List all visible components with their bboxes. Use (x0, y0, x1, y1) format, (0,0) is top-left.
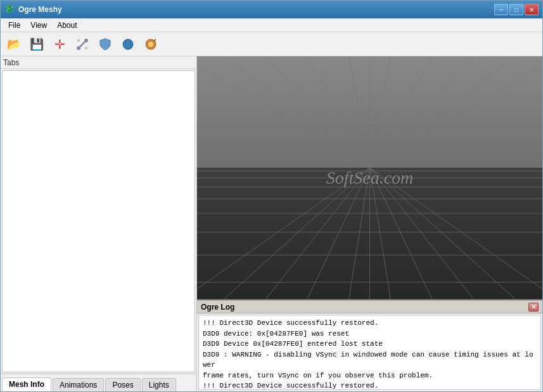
log-line: D3D9 Device 0x[04287FE0] entered lost st… (203, 339, 537, 350)
tab-animations[interactable]: Animations (53, 378, 104, 391)
svg-point-4 (85, 47, 87, 49)
log-content[interactable]: !!! Direct3D Device successfully restore… (198, 315, 541, 390)
log-close-button[interactable]: ✕ (528, 303, 539, 312)
toolbar-move-button[interactable]: ✛ (49, 34, 70, 54)
menu-about[interactable]: About (52, 20, 82, 31)
tab-poses[interactable]: Poses (105, 378, 140, 391)
viewport[interactable]: SoftSea.com (197, 56, 542, 300)
bottom-tabs: Mesh Info Animations Poses Lights (1, 374, 196, 391)
svg-line-12 (153, 39, 156, 42)
main-content: Tabs Mesh Info Animations Poses Lights (1, 56, 542, 391)
skeleton-icon (76, 38, 89, 51)
grid-viewport (197, 56, 542, 300)
maximize-button[interactable]: □ (509, 4, 523, 15)
menu-view[interactable]: View (25, 20, 52, 31)
tab-mesh-info[interactable]: Mesh Info (2, 377, 51, 391)
log-line: !!! Direct3D Device successfully restore… (203, 318, 537, 329)
window-controls: ─ □ ✕ (494, 4, 539, 15)
main-window: 🐉 Ogre Meshy ─ □ ✕ File View About 📂 💾 ✛ (0, 0, 543, 392)
log-header: Ogre Log ✕ (197, 301, 542, 313)
globe-icon (122, 38, 134, 51)
log-line: frame rates, turn VSync on if you observ… (203, 370, 537, 381)
toolbar-paint-button[interactable] (140, 34, 162, 54)
svg-point-1 (77, 46, 80, 50)
tabs-label: Tabs (3, 58, 19, 67)
tabs-content-area (2, 70, 195, 372)
tab-lights[interactable]: Lights (142, 378, 176, 391)
toolbar-save-button[interactable]: 💾 (26, 34, 48, 54)
toolbar-open-button[interactable]: 📂 (3, 34, 25, 54)
title-bar: 🐉 Ogre Meshy ─ □ ✕ (1, 1, 542, 18)
left-panel: Tabs Mesh Info Animations Poses Lights (1, 56, 197, 391)
minimize-button[interactable]: ─ (494, 4, 508, 15)
log-title: Ogre Log (201, 303, 234, 312)
menu-file[interactable]: File (3, 20, 25, 31)
window-icon: 🐉 (4, 4, 15, 15)
svg-point-11 (148, 42, 153, 47)
log-line: !!! Direct3D Device successfully restore… (203, 381, 537, 390)
close-button[interactable]: ✕ (525, 4, 539, 15)
paintbrush-icon (144, 38, 157, 51)
svg-point-3 (77, 39, 80, 42)
toolbar-skeleton-button[interactable] (72, 34, 93, 54)
shield-icon (99, 38, 111, 51)
log-line: D3D9 device: 0x[04287FE0] was reset (203, 329, 537, 339)
toolbar-shield-button[interactable] (94, 34, 116, 54)
tabs-header: Tabs (1, 56, 196, 69)
window-title: Ogre Meshy (18, 5, 494, 14)
svg-point-2 (84, 39, 88, 42)
right-panel: SoftSea.com Ogre Log ✕ !!! Direct3D Devi… (197, 56, 542, 391)
menu-bar: File View About (1, 18, 542, 32)
toolbar: 📂 💾 ✛ (1, 32, 542, 56)
log-panel: Ogre Log ✕ !!! Direct3D Device successfu… (197, 300, 542, 391)
toolbar-globe-button[interactable] (117, 34, 139, 54)
log-line: D3D9 : WARNING - disabling VSync in wind… (203, 350, 537, 370)
